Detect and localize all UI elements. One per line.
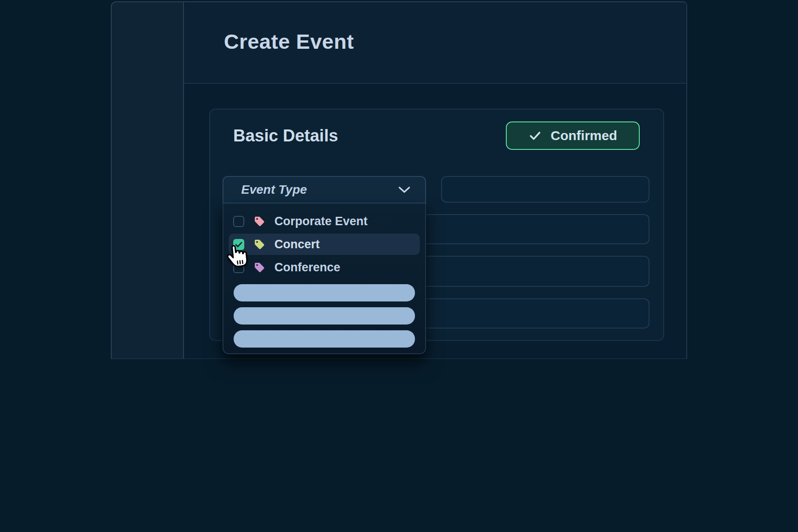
event-type-dropdown-trigger[interactable]: Event Type (223, 176, 426, 203)
dropdown-option-label: Conference (274, 261, 340, 274)
skeleton-row (234, 330, 415, 348)
dropdown-option-conference[interactable]: Conference (229, 257, 420, 278)
check-icon (528, 129, 542, 142)
event-type-dropdown-panel: Corporate Event Concert (223, 203, 426, 354)
dropdown-option-label: Corporate Event (274, 215, 368, 228)
tag-icon (253, 238, 266, 250)
confirmed-button[interactable]: Confirmed (506, 121, 640, 150)
sidebar (111, 1, 184, 359)
cursor-pointer (226, 243, 249, 270)
card-title: Basic Details (233, 126, 338, 145)
skeleton-row (234, 307, 415, 325)
event-type-dropdown-label: Event Type (241, 183, 307, 197)
tag-icon (253, 215, 266, 227)
skeleton-row (234, 284, 415, 301)
dropdown-option-corporate-event[interactable]: Corporate Event (229, 211, 420, 232)
tag-icon (253, 261, 266, 274)
chevron-down-icon (398, 186, 411, 194)
main-panel: Create Event Basic Details Confirmed Eve… (184, 1, 687, 359)
checkbox-unchecked[interactable] (233, 216, 244, 227)
event-type-dropdown: Event Type Corporate Ev (223, 176, 426, 354)
input-field-1[interactable] (441, 176, 649, 203)
dropdown-option-concert[interactable]: Concert (229, 234, 420, 255)
dropdown-option-label: Concert (274, 238, 320, 251)
basic-details-card: Basic Details Confirmed Event Type (209, 109, 664, 341)
page-header: Create Event (184, 2, 686, 84)
confirmed-button-label: Confirmed (551, 128, 617, 143)
page-title: Create Event (224, 29, 354, 54)
